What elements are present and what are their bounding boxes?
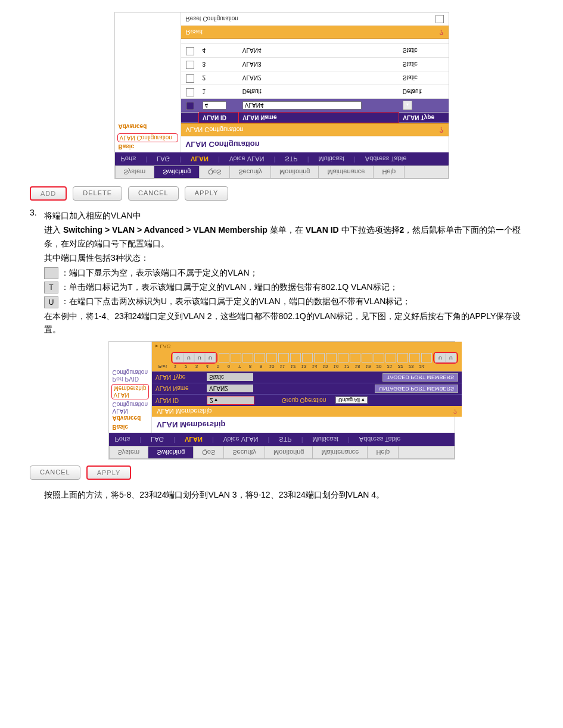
sub-multicast[interactable]: Multicast	[310, 435, 341, 444]
port-17[interactable]	[362, 353, 372, 363]
port-16[interactable]	[350, 353, 360, 363]
tab-security[interactable]: Security	[224, 446, 265, 458]
sub-voicevlan[interactable]: Voice VLAN	[221, 435, 261, 444]
sub-lag[interactable]: LAG	[148, 435, 166, 444]
col-vlan-id: VLAN ID	[199, 113, 239, 123]
tab-system[interactable]: System	[116, 166, 155, 178]
help-icon[interactable]: ?	[453, 408, 457, 415]
side-nav: Basic VLAN Configuration Advanced	[115, 13, 181, 152]
table-row[interactable]: 1 Default Default	[181, 85, 449, 99]
sub-vlan[interactable]: VLAN	[182, 435, 205, 444]
sub-ports[interactable]: Ports	[113, 435, 133, 444]
lag-bar[interactable]: ▸ LAG	[152, 342, 462, 351]
cancel-button-2[interactable]: CANCEL	[30, 465, 80, 480]
group-op-label: Group Operation	[282, 397, 329, 404]
cell-name: VLAN2	[239, 71, 399, 85]
table-row[interactable]: 4 VLAN4 Static	[181, 44, 449, 58]
side-item-vlan-config[interactable]: VLAN Configuration	[109, 401, 151, 415]
port-8[interactable]	[254, 353, 265, 363]
group-op-select[interactable]: Untag All ▾	[335, 396, 368, 404]
port-5[interactable]	[219, 353, 229, 363]
sub-addrtable[interactable]: Address Table	[357, 435, 403, 444]
port-11[interactable]	[290, 353, 301, 363]
port-15[interactable]	[338, 353, 349, 363]
table-row[interactable]: 3 VLAN3 Static	[181, 58, 449, 71]
help-icon[interactable]: ?	[439, 126, 443, 134]
help-icon[interactable]: ?	[439, 28, 443, 36]
sub-voicevlan[interactable]: Voice VLAN	[227, 154, 267, 164]
port-7[interactable]	[242, 353, 253, 363]
tab-switching[interactable]: Switching	[148, 446, 194, 458]
tagged-members-button[interactable]: TAGGED PORT MEMBERS	[382, 373, 458, 382]
tab-switching[interactable]: Switching	[154, 166, 200, 178]
row-checkbox[interactable]	[186, 47, 194, 55]
sub-vlan[interactable]: VLAN	[188, 154, 211, 164]
port-2[interactable]: U	[183, 353, 194, 363]
port-18[interactable]	[374, 353, 384, 363]
delete-button[interactable]: DELETE	[73, 186, 122, 201]
panel-header-2: VLAN Membership ?	[152, 406, 462, 417]
sub-stp[interactable]: STP	[276, 435, 294, 444]
tab-maintenance[interactable]: Maintenance	[319, 166, 374, 178]
edit-vlan-type-dropdown[interactable]: ▴	[403, 101, 412, 110]
tab-qos[interactable]: QoS	[194, 446, 224, 458]
top-tabbar: System Switching QoS Security Monitoring…	[115, 165, 449, 179]
ports-23-24-highlight: U U	[433, 352, 458, 364]
side-item-vlan-config[interactable]: VLAN Configuration	[117, 133, 178, 142]
port-14[interactable]	[326, 353, 337, 363]
tab-qos[interactable]: QoS	[200, 166, 230, 178]
tab-help[interactable]: Help	[368, 446, 399, 458]
panel-header-text: VLAN Configuration	[186, 126, 244, 133]
tab-help[interactable]: Help	[374, 166, 405, 178]
apply-button[interactable]: APPLY	[185, 186, 229, 201]
port-10[interactable]	[278, 353, 289, 363]
port-4[interactable]: U	[205, 353, 216, 363]
reset-checkbox[interactable]	[436, 15, 444, 23]
sub-addrtable[interactable]: Address Table	[363, 154, 409, 164]
port-6[interactable]	[231, 353, 241, 363]
edit-vlan-id-input[interactable]	[203, 101, 226, 110]
port-23[interactable]: U	[435, 353, 446, 363]
vlan-table: VLAN ID VLAN Name VLAN Type ▴	[181, 43, 449, 123]
port-22[interactable]	[421, 353, 432, 363]
reset-row: Reset Configuration	[181, 13, 449, 26]
tab-system[interactable]: System	[110, 446, 149, 458]
port-3[interactable]: U	[194, 353, 205, 363]
port-12[interactable]	[302, 353, 313, 363]
cancel-button[interactable]: CANCEL	[128, 186, 179, 201]
vlan-id-select[interactable]: 2 ▾	[207, 396, 254, 405]
sub-stp[interactable]: STP	[282, 154, 300, 164]
side-item-vlan-membership[interactable]: VLAN Membership	[111, 384, 149, 399]
sub-multicast[interactable]: Multicast	[316, 154, 347, 164]
reset-label: Reset Configuration	[186, 16, 238, 23]
side-item-port-pvid[interactable]: Port PVID Configuration	[109, 368, 151, 383]
sub-lag[interactable]: LAG	[154, 154, 172, 164]
config-block: VLAN ID 2 ▾ Group Operation Untag All ▾ …	[152, 371, 462, 406]
row-checkbox[interactable]	[186, 88, 194, 96]
cell-type: Static	[399, 71, 449, 85]
edit-vlan-name-input[interactable]	[242, 101, 362, 110]
untagged-members-button[interactable]: UNTAGGED PORT MEMBERS	[375, 385, 458, 393]
tab-monitoring[interactable]: Monitoring	[271, 166, 319, 178]
add-button[interactable]: ADD	[30, 186, 67, 201]
sub-ports[interactable]: Ports	[119, 154, 139, 164]
apply-button-2[interactable]: APPLY	[86, 465, 132, 480]
row-checkbox[interactable]	[186, 61, 194, 69]
port-24[interactable]: U	[446, 353, 456, 363]
row-checkbox[interactable]	[186, 74, 194, 83]
side-group-advanced: Advanced	[115, 123, 181, 132]
tab-security[interactable]: Security	[230, 166, 271, 178]
vlan-membership-screenshot: System Switching QoS Security Monitoring…	[108, 341, 455, 460]
port-19[interactable]	[385, 353, 396, 363]
port-1[interactable]: U	[173, 353, 183, 363]
vlan-name-value: VLAN2	[207, 385, 253, 392]
port-13[interactable]	[314, 353, 325, 363]
tab-maintenance[interactable]: Maintenance	[313, 446, 368, 458]
port-label: Port	[155, 364, 170, 369]
port-21[interactable]	[409, 353, 420, 363]
tab-monitoring[interactable]: Monitoring	[265, 446, 313, 458]
table-row[interactable]: 2 VLAN2 Static	[181, 71, 449, 85]
port-20[interactable]	[397, 353, 408, 363]
edit-row-checkbox[interactable]	[186, 102, 194, 110]
port-9[interactable]	[266, 353, 277, 363]
